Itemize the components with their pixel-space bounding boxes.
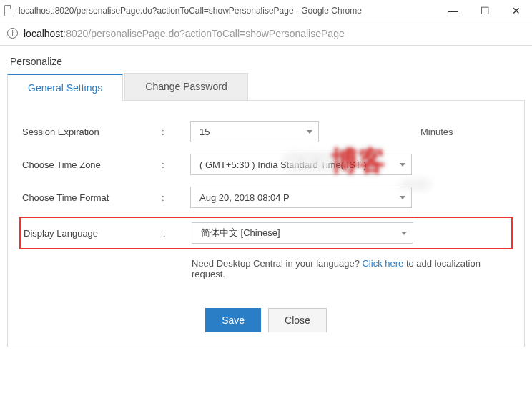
window-title: localhost:8020/personalisePage.do?action…	[19, 6, 362, 16]
chevron-down-icon	[400, 196, 405, 199]
colon: :	[162, 192, 190, 203]
site-info-icon[interactable]: i	[7, 28, 18, 39]
time-zone-value: ( GMT+5:30 ) India Standard Time( IST )	[200, 159, 367, 170]
help-pre: Need Desktop Central in your language?	[192, 258, 362, 269]
display-language-select[interactable]: 简体中文 [Chinese]	[192, 222, 413, 244]
chevron-down-icon	[307, 130, 312, 134]
form-panel: Session Expiration : 15 Minutes Choose T…	[7, 101, 525, 347]
button-row: Save Close	[22, 308, 510, 332]
tab-general-settings[interactable]: General Settings	[7, 74, 123, 101]
row-display-language: Display Language : 简体中文 [Chinese]	[22, 219, 510, 247]
tabs: General Settings Change Password	[7, 73, 525, 101]
label-session-expiration: Session Expiration	[22, 127, 162, 137]
row-session-expiration: Session Expiration : 15 Minutes	[22, 121, 510, 142]
chevron-down-icon	[401, 232, 407, 235]
window-controls: — ☐ ✕	[438, 0, 532, 21]
row-time-zone: Choose Time Zone : ( GMT+5:30 ) India St…	[22, 154, 510, 175]
url-path: :8020/personalisePage.do?actionToCall=sh…	[63, 28, 344, 39]
address-bar[interactable]: i localhost:8020/personalisePage.do?acti…	[0, 21, 532, 46]
colon: :	[163, 228, 192, 239]
label-time-zone: Choose Time Zone	[22, 159, 162, 170]
save-button[interactable]: Save	[205, 308, 261, 332]
chevron-down-icon	[400, 163, 405, 167]
localization-help-text: Need Desktop Central in your language? C…	[192, 258, 510, 279]
close-window-button[interactable]: ✕	[501, 0, 532, 21]
tab-change-password[interactable]: Change Password	[124, 73, 247, 100]
page-icon	[4, 5, 14, 16]
maximize-button[interactable]: ☐	[469, 0, 501, 21]
session-expiration-unit: Minutes	[412, 127, 453, 137]
colon: :	[162, 159, 190, 170]
row-time-format: Choose Time Format : Aug 20, 2018 08:04 …	[22, 187, 510, 208]
colon: :	[162, 127, 190, 137]
display-language-value: 简体中文 [Chinese]	[201, 227, 280, 239]
close-button[interactable]: Close	[268, 308, 327, 332]
page-title: Personalize	[7, 53, 525, 73]
window-titlebar: localhost:8020/personalisePage.do?action…	[0, 0, 532, 21]
session-expiration-value: 15	[200, 127, 210, 137]
time-format-select[interactable]: Aug 20, 2018 08:04 P	[190, 187, 412, 208]
label-time-format: Choose Time Format	[22, 192, 162, 203]
minimize-button[interactable]: —	[438, 0, 469, 21]
time-zone-select[interactable]: ( GMT+5:30 ) India Standard Time( IST )	[190, 154, 412, 175]
localization-link[interactable]: Click here	[362, 258, 403, 269]
url-host: localhost	[24, 28, 63, 39]
label-display-language: Display Language	[24, 228, 163, 239]
time-format-value: Aug 20, 2018 08:04 P	[200, 192, 290, 203]
session-expiration-select[interactable]: 15	[190, 121, 319, 142]
